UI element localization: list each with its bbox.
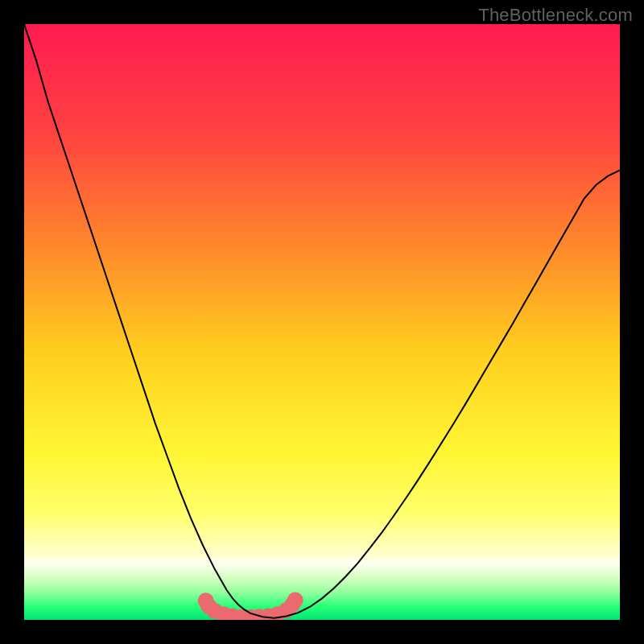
curve-layer	[24, 24, 620, 620]
plot-area	[24, 24, 620, 620]
curve-marker	[287, 592, 303, 609]
bottleneck-curve	[24, 24, 620, 618]
chart-frame: TheBottleneck.com	[0, 0, 644, 644]
watermark-text: TheBottleneck.com	[478, 5, 633, 26]
